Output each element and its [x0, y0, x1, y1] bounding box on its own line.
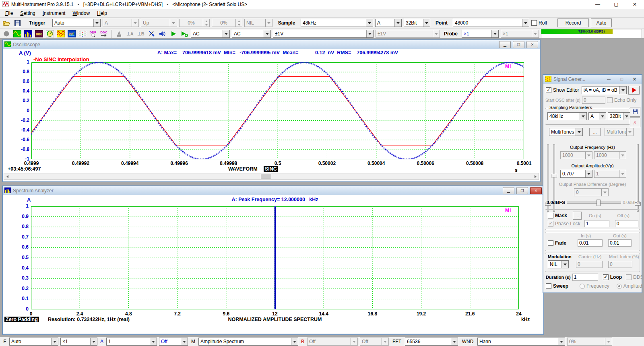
sound-output-icon[interactable] [158, 30, 167, 38]
trigger-edge-combo[interactable]: Up [141, 19, 177, 27]
scope-h-scrollbar[interactable] [4, 173, 539, 180]
scope-minimize-button[interactable]: ▁ [499, 41, 511, 48]
mod-index-input[interactable]: 0 [608, 261, 632, 268]
spectrum-minimize-button[interactable]: ▁ [503, 187, 514, 194]
probe-calibration-icon[interactable] [147, 30, 156, 38]
probe-b-combo[interactable]: ×1 [501, 30, 539, 38]
scope-scroll-thumb[interactable] [261, 174, 271, 179]
sg-sampling-bits-combo[interactable]: 32Bit [608, 112, 630, 120]
chevron-down-icon[interactable] [132, 19, 138, 27]
spectrum-restore-button[interactable]: ❐ [516, 187, 528, 194]
freq-range-combo[interactable]: Auto [9, 338, 58, 346]
menu-item-file[interactable]: File [2, 10, 17, 17]
chevron-down-icon[interactable] [51, 338, 58, 345]
chevron-down-icon[interactable] [423, 19, 430, 27]
chevron-down-icon[interactable] [170, 19, 177, 27]
multimeter-icon[interactable]: 888 [35, 30, 43, 38]
siggen-maximize-button[interactable]: ▢ [616, 76, 627, 82]
carrier-input[interactable]: 0 [576, 261, 603, 268]
sg-sampling-rate-combo[interactable]: 48kHz [547, 112, 587, 120]
chevron-down-icon[interactable] [522, 19, 529, 27]
fade-in-input[interactable]: 0.01 [578, 239, 603, 247]
auto-button[interactable]: Auto [591, 19, 612, 27]
spectrum-analyzer-icon[interactable] [24, 30, 33, 38]
scope-scroll-track[interactable] [10, 174, 532, 179]
ddp-viewer-icon[interactable]: DDP [89, 30, 98, 38]
dds-checkbox[interactable]: DDS [626, 274, 642, 280]
output-amp-b-combo[interactable]: 1 [594, 170, 626, 178]
scope-close-button[interactable]: ✕ [526, 41, 538, 48]
fade-checkbox[interactable]: Fade [548, 240, 566, 246]
range-a-combo[interactable]: ±1V [273, 30, 374, 38]
device-test-plan-icon[interactable]: DUT [67, 30, 76, 38]
wave-editor-button[interactable]: ... [589, 128, 601, 136]
run-icon[interactable] [169, 30, 178, 38]
record-button[interactable]: Record [557, 19, 589, 27]
minimize-button[interactable]: — [588, 0, 607, 9]
start-osc-input[interactable]: 0 [582, 97, 605, 104]
output-freq-a-combo[interactable]: 1000 [560, 151, 592, 159]
chevron-down-icon[interactable] [93, 19, 100, 27]
scroll-right-icon[interactable] [532, 174, 539, 179]
spectrum-titlebar[interactable]: Spectrum Analyzer ▁ ❐ ✕ [3, 186, 543, 195]
scope-restore-button[interactable]: ❐ [513, 41, 524, 48]
sampling-rate-combo[interactable]: 48kHz [301, 19, 373, 27]
siggen-close-button[interactable]: ✕ [629, 76, 640, 82]
sampling-channel-combo[interactable]: A [375, 19, 402, 27]
chevron-down-icon[interactable] [366, 19, 373, 27]
mask-checkbox[interactable]: Mask [548, 213, 567, 218]
menu-item-help[interactable]: Help [93, 10, 111, 17]
siggen-run-button[interactable] [628, 86, 640, 95]
sweep-checkbox[interactable]: Sweep [546, 283, 568, 289]
waveform-b-combo[interactable]: MultiTones [605, 128, 634, 136]
output-freq-b-combo[interactable]: 1000 [594, 151, 626, 159]
channel-a-persistence-combo[interactable]: Off [159, 338, 188, 346]
output-phase-combo[interactable]: 0 [574, 188, 609, 196]
overlap-combo[interactable]: 0% [567, 338, 612, 346]
data-logger-icon[interactable] [45, 30, 54, 38]
fft-size-combo[interactable]: 65536 [405, 338, 458, 346]
signal-generator-icon[interactable] [56, 30, 65, 38]
chevron-down-icon[interactable] [532, 30, 539, 37]
window-function-combo[interactable]: Hann [477, 338, 565, 346]
chevron-down-icon[interactable] [451, 338, 458, 345]
waveform-a-combo[interactable]: MultiTones [549, 128, 583, 136]
chevron-down-icon[interactable] [264, 30, 270, 37]
record-length-combo[interactable]: 48000 [453, 19, 529, 27]
chevron-down-icon[interactable] [291, 338, 298, 345]
menu-item-instrument[interactable]: Instrument [39, 10, 69, 17]
save-signal-icon[interactable] [630, 107, 640, 117]
modulation-type-combo[interactable]: NIL [548, 260, 569, 268]
chevron-down-icon[interactable] [181, 338, 188, 345]
open-file-icon[interactable] [2, 19, 11, 27]
chevron-down-icon[interactable] [150, 338, 157, 345]
sweep-amplitude-radio[interactable]: Amplitude [617, 283, 642, 289]
siggen-minimize-button[interactable]: — [603, 76, 614, 82]
menu-item-window[interactable]: Window [69, 10, 93, 17]
chevron-down-icon[interactable] [491, 30, 498, 37]
phase-lock-checkbox[interactable]: Phase Lock [548, 221, 580, 227]
probe-a-combo[interactable]: ×1 [462, 30, 499, 38]
sampling-bits-combo[interactable]: 32Bit [404, 19, 430, 27]
sg-sampling-channel-combo[interactable]: A [588, 112, 606, 120]
output-amp-a-combo[interactable]: 0.707 [560, 170, 592, 178]
maximize-button[interactable]: ▢ [607, 0, 625, 9]
chevron-down-icon[interactable] [605, 338, 612, 345]
coupling-b-combo[interactable]: AC [232, 30, 271, 38]
channel-b-persistence-combo[interactable]: Off [360, 338, 389, 346]
oscilloscope-icon[interactable] [13, 30, 22, 38]
chevron-down-icon[interactable] [382, 338, 388, 345]
coupling-a-combo[interactable]: AC [191, 30, 230, 38]
oscilloscope-titlebar[interactable]: Oscilloscope ▁ ❐ ✕ [3, 40, 540, 49]
chevron-down-icon[interactable] [558, 338, 565, 345]
mask-on-input[interactable]: 1 [584, 220, 609, 227]
chevron-down-icon[interactable] [366, 30, 373, 37]
trigger-freq-divider-combo[interactable]: NIL [244, 19, 272, 27]
chevron-down-icon[interactable] [394, 19, 401, 27]
routing-combo[interactable]: iA = oA, iB = oB [582, 86, 627, 94]
trigger-mode-combo[interactable]: Auto [52, 19, 101, 27]
fade-out-input[interactable]: 0.01 [608, 239, 632, 247]
trigger-level-spinner[interactable]: 0% [179, 19, 210, 27]
sweep-frequency-radio[interactable]: Frequency [580, 283, 609, 289]
chevron-down-icon[interactable] [223, 30, 229, 37]
